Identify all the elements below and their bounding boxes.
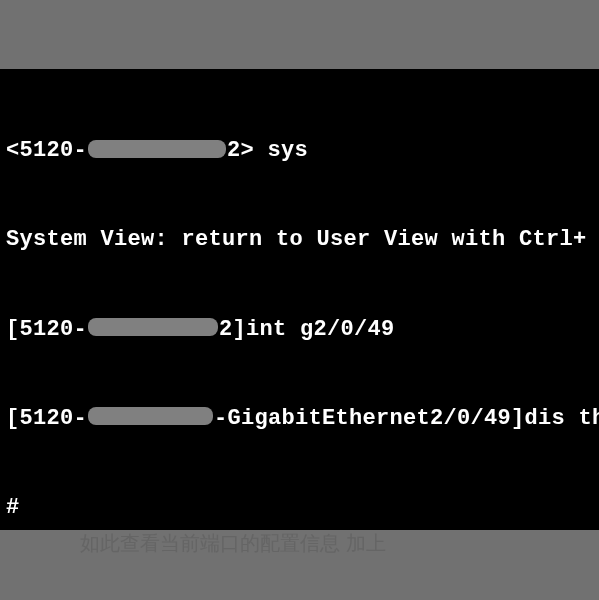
redacted-hostname bbox=[88, 140, 226, 158]
terminal-line: [5120--GigabitEthernet2/0/49]dis th bbox=[6, 404, 595, 434]
terminal-line: # bbox=[6, 493, 595, 523]
terminal-line: System View: return to User View with Ct… bbox=[6, 225, 595, 255]
prompt-open: <5120- bbox=[6, 138, 87, 163]
redacted-hostname bbox=[88, 407, 213, 425]
prompt-close: -GigabitEthernet2/0/49]dis th bbox=[214, 406, 599, 431]
prompt-open: [5120- bbox=[6, 406, 87, 431]
prompt-close: 2]int g2/0/49 bbox=[219, 317, 395, 342]
terminal-window[interactable]: <5120-2> sys System View: return to User… bbox=[0, 69, 599, 530]
prompt-open: [5120- bbox=[6, 317, 87, 342]
prompt-close: 2> sys bbox=[227, 138, 308, 163]
redacted-hostname bbox=[88, 318, 218, 336]
caption-text: 如此查看当前端口的配置信息 加上 bbox=[0, 530, 599, 557]
terminal-line: [5120-2]int g2/0/49 bbox=[6, 315, 595, 345]
terminal-line: <5120-2> sys bbox=[6, 136, 595, 166]
